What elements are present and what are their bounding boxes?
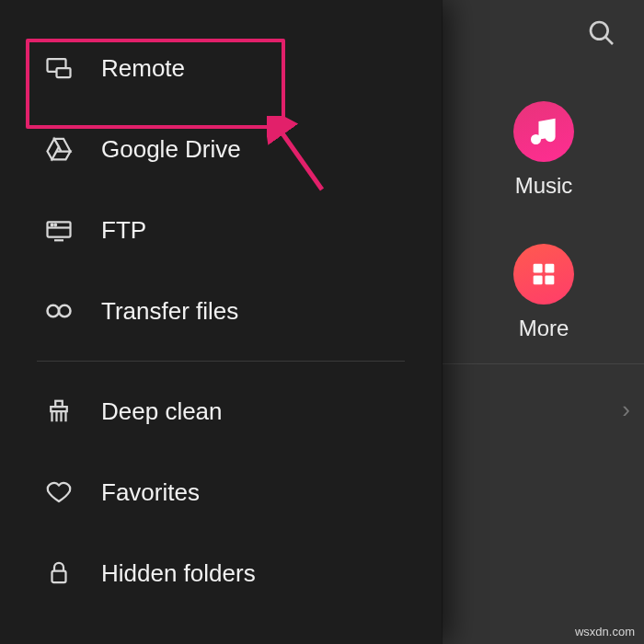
svg-line-1: [606, 38, 613, 44]
sidebar-item-label: Favorites: [101, 478, 200, 507]
sidebar-item-label: Deep clean: [101, 397, 223, 426]
category-more-label: More: [479, 316, 608, 341]
sidebar-item-deep-clean[interactable]: Deep clean: [0, 371, 442, 452]
sidebar-item-label: Remote: [101, 54, 185, 83]
deep-clean-icon: [42, 395, 75, 428]
navigation-drawer: Remote Google Drive FTP Transfer files D…: [0, 0, 442, 644]
sidebar-item-transfer-files[interactable]: Transfer files: [0, 270, 442, 351]
search-button[interactable]: [587, 18, 616, 52]
hidden-folders-icon: [42, 557, 75, 590]
category-music[interactable]: Music: [479, 101, 608, 199]
category-more[interactable]: More: [479, 244, 608, 341]
sidebar-item-label: Hidden folders: [101, 559, 256, 588]
watermark: wsxdn.com: [575, 625, 635, 638]
sidebar-item-ftp[interactable]: FTP: [0, 190, 442, 270]
google-drive-icon: [42, 132, 75, 166]
sidebar-item-label: Transfer files: [101, 297, 238, 326]
svg-rect-4: [534, 275, 543, 284]
music-icon: [513, 101, 574, 162]
chevron-right-icon[interactable]: ›: [622, 396, 630, 424]
main-content: Music More ›: [442, 0, 644, 644]
remote-icon: [42, 52, 75, 85]
sidebar-item-hidden-folders[interactable]: Hidden folders: [0, 533, 442, 614]
sidebar-item-google-drive[interactable]: Google Drive: [0, 109, 442, 190]
divider: [443, 363, 644, 364]
svg-point-11: [54, 224, 56, 226]
svg-point-13: [48, 305, 60, 317]
sidebar-item-remote[interactable]: Remote: [0, 28, 442, 109]
more-icon: [513, 244, 574, 305]
svg-rect-3: [545, 264, 554, 273]
svg-rect-5: [545, 275, 554, 284]
category-music-label: Music: [479, 173, 608, 199]
sidebar-item-label: FTP: [101, 216, 146, 245]
svg-point-14: [59, 305, 71, 317]
svg-rect-7: [57, 68, 71, 77]
svg-rect-2: [534, 264, 543, 273]
search-icon: [587, 18, 616, 48]
favorites-icon: [42, 476, 75, 509]
svg-rect-20: [52, 571, 66, 583]
menu-separator: [37, 361, 405, 362]
ftp-icon: [42, 213, 75, 247]
svg-point-0: [591, 22, 608, 40]
sidebar-item-favorites[interactable]: Favorites: [0, 452, 442, 533]
sidebar-item-label: Google Drive: [101, 135, 241, 164]
transfer-icon: [42, 294, 75, 328]
svg-point-10: [52, 224, 53, 226]
